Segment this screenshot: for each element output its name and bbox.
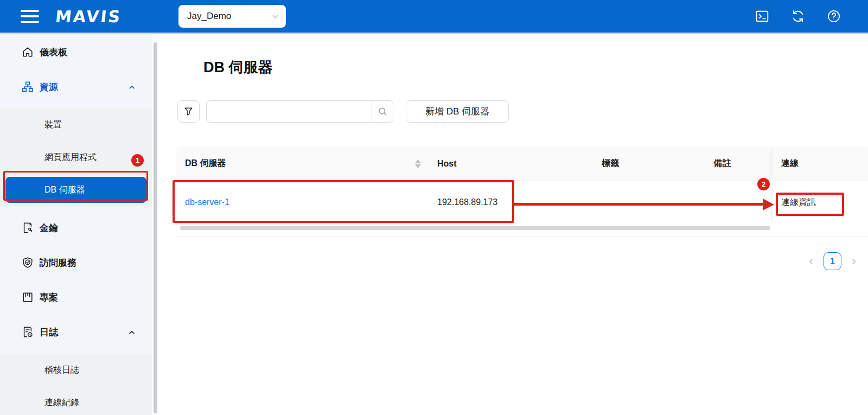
sidebar-item-web-apps[interactable]: 網頁應用程式 [5,144,146,170]
sidebar-item-db-servers[interactable]: DB 伺服器 [5,177,146,203]
sort-icon[interactable] [415,159,421,168]
cluster-icon [22,81,34,93]
help-icon[interactable] [827,9,841,23]
pagination-next-icon[interactable] [846,254,861,269]
chevron-down-icon [271,12,279,21]
column-header-db-server[interactable]: DB 伺服器 [176,146,429,181]
funnel-icon [183,106,194,117]
sidebar-item-label: 連線紀錄 [44,397,79,408]
sidebar-item-label: DB 伺服器 [44,184,85,196]
table-row: db-server-1 192.168.89.173 連線資訊 [176,181,868,224]
sidebar-item-keys[interactable]: 金鑰 [0,215,152,241]
cell-notes [673,181,772,224]
cell-db-server-name: db-server-1 [176,181,429,224]
sidebar-item-label: 日誌 [40,326,58,339]
resources-submenu: 裝置 網頁應用程式 DB 伺服器 [0,108,152,206]
sidebar-item-label: 裝置 [44,119,62,131]
db-server-link[interactable]: db-server-1 [185,197,229,207]
column-header-notes: 備註 [673,146,772,181]
table-header: DB 伺服器 Host 標籤 備註 連線 [176,146,868,181]
home-icon [22,46,34,58]
search-button[interactable] [372,100,393,123]
sidebar-item-resources[interactable]: 資源 [0,74,152,100]
connection-info-link[interactable]: 連線資訊 [781,197,816,208]
cell-connection: 連線資訊 [772,181,868,224]
page-title: DB 伺服器 [203,58,273,77]
topbar: MAVIS Jay_Demo [0,0,868,34]
search-group [206,100,393,123]
sidebar-item-devices[interactable]: 裝置 [5,112,146,138]
main-content: DB 伺服器 新增 DB 伺服器 DB 伺服器 [152,34,868,415]
sidebar-item-label: 資源 [40,81,58,93]
column-header-connection: 連線 [772,146,868,181]
pagination-prev-icon[interactable] [803,254,819,269]
sidebar-item-label: 訪問服務 [40,257,76,269]
db-server-table: DB 伺服器 Host 標籤 備註 連線 db-server-1 [176,146,868,237]
search-icon [378,106,388,117]
sidebar: 儀表板 資源 裝置 網頁應用程式 DB 伺服器 [0,34,152,415]
sidebar-item-label: 網頁應用程式 [44,152,97,163]
sidebar-item-label: 專案 [40,291,58,304]
cell-host: 192.168.89.173 [429,181,548,224]
pagination: 1 [803,252,861,270]
search-input[interactable] [206,100,372,123]
file-clock-icon [22,326,34,338]
sidebar-item-dashboard[interactable]: 儀表板 [0,39,152,65]
filter-button[interactable] [177,100,200,123]
sidebar-item-access-services[interactable]: 訪問服務 [0,250,152,276]
sidebar-item-projects[interactable]: 專案 [0,284,152,310]
table-horizontal-scrollbar[interactable] [180,226,770,230]
project-select-value: Jay_Demo [187,11,271,22]
cell-tags [548,181,673,224]
project-icon [22,291,34,303]
chevron-up-icon [128,83,136,91]
project-select[interactable]: Jay_Demo [178,5,286,28]
column-header-host: Host [429,146,548,181]
chevron-up-icon [128,328,136,336]
sidebar-item-logs[interactable]: 日誌 [0,319,152,345]
terminal-icon[interactable] [755,9,769,23]
sidebar-scrollbar[interactable] [154,42,157,413]
add-db-server-button[interactable]: 新增 DB 伺服器 [406,100,509,123]
toolbar: 新增 DB 伺服器 [177,100,509,123]
key-card-icon [22,222,34,234]
column-header-tags: 標籤 [548,146,673,181]
sidebar-item-audit-logs[interactable]: 稽核日誌 [5,357,146,383]
pagination-page-1[interactable]: 1 [824,252,841,270]
sidebar-item-label: 金鑰 [40,222,58,234]
logs-submenu: 稽核日誌 連線紀錄 [0,354,152,415]
sidebar-item-connection-records[interactable]: 連線紀錄 [5,390,146,415]
app-logo: MAVIS [54,7,123,26]
menu-toggle-button[interactable] [21,10,39,23]
shield-check-icon [22,257,34,269]
refresh-icon[interactable] [791,9,805,23]
topbar-actions [755,9,841,23]
sidebar-item-label: 儀表板 [40,46,67,59]
sidebar-item-label: 稽核日誌 [44,365,79,376]
